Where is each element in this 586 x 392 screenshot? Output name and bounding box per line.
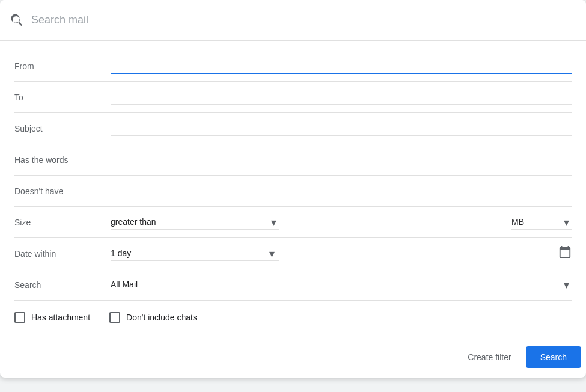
size-comparator-select[interactable]: greater than less than bbox=[111, 215, 279, 230]
doesnt-have-label: Doesn't have bbox=[14, 186, 111, 196]
date-within-row: Date within 1 day 3 days 1 week 2 weeks … bbox=[14, 238, 572, 269]
from-input[interactable] bbox=[111, 58, 572, 74]
checkboxes-row: Has attachment Don't include chats bbox=[14, 301, 572, 332]
subject-label: Subject bbox=[14, 124, 111, 133]
size-row: Size greater than less than ▾ MB KB Byte… bbox=[14, 207, 572, 238]
footer-row: Create filter Search bbox=[0, 339, 586, 378]
has-attachment-checkbox[interactable] bbox=[14, 312, 25, 323]
search-dialog: From To Subject Has the words Doesn't ha… bbox=[0, 0, 586, 378]
create-filter-button[interactable]: Create filter bbox=[458, 348, 520, 367]
subject-input[interactable] bbox=[111, 121, 572, 136]
to-label: To bbox=[14, 93, 111, 102]
search-button[interactable]: Search bbox=[526, 346, 581, 368]
search-form: From To Subject Has the words Doesn't ha… bbox=[0, 41, 586, 339]
has-attachment-label: Has attachment bbox=[31, 313, 90, 322]
doesnt-have-input[interactable] bbox=[111, 183, 572, 198]
from-label: From bbox=[14, 61, 111, 71]
has-attachment-checkbox-item[interactable]: Has attachment bbox=[14, 312, 90, 323]
from-row: From bbox=[14, 51, 572, 82]
has-the-words-input[interactable] bbox=[111, 152, 572, 167]
search-icon bbox=[10, 13, 24, 28]
search-in-select-wrapper: All Mail Inbox Starred Sent Drafts Spam … bbox=[111, 277, 572, 292]
subject-row: Subject bbox=[14, 113, 572, 144]
search-bar bbox=[0, 0, 586, 41]
has-the-words-row: Has the words bbox=[14, 144, 572, 176]
date-within-select[interactable]: 1 day 3 days 1 week 2 weeks 1 month 2 mo… bbox=[111, 246, 279, 261]
dont-include-chats-checkbox-item[interactable]: Don't include chats bbox=[109, 312, 197, 323]
size-unit-wrapper: MB KB Bytes ▾ bbox=[511, 215, 572, 230]
date-select-wrapper: 1 day 3 days 1 week 2 weeks 1 month 2 mo… bbox=[111, 245, 572, 262]
date-within-label: Date within bbox=[14, 249, 111, 259]
search-in-label: Search bbox=[14, 280, 111, 290]
search-in-row: Search All Mail Inbox Starred Sent Draft… bbox=[14, 269, 572, 301]
search-in-select[interactable]: All Mail Inbox Starred Sent Drafts Spam … bbox=[111, 277, 572, 292]
calendar-icon[interactable] bbox=[558, 245, 572, 262]
size-unit-select[interactable]: MB KB Bytes bbox=[511, 215, 572, 230]
to-row: To bbox=[14, 82, 572, 113]
search-mail-input[interactable] bbox=[31, 14, 576, 26]
doesnt-have-row: Doesn't have bbox=[14, 176, 572, 207]
dont-include-chats-checkbox[interactable] bbox=[109, 312, 120, 323]
has-the-words-label: Has the words bbox=[14, 155, 111, 165]
to-input[interactable] bbox=[111, 90, 572, 105]
size-comparator-wrapper: greater than less than ▾ bbox=[111, 215, 279, 230]
dont-include-chats-label: Don't include chats bbox=[126, 313, 197, 322]
size-label: Size bbox=[14, 218, 111, 227]
